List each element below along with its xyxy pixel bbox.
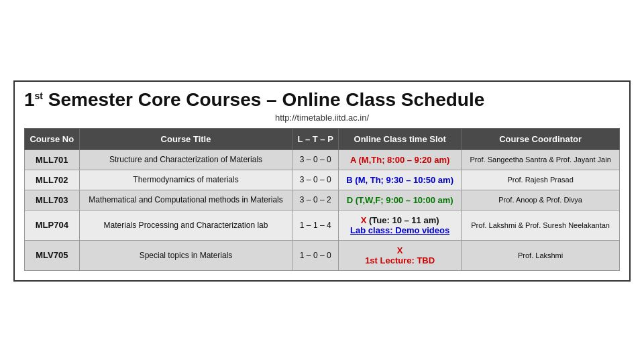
- slot-line1: 1st Lecture: TBD: [365, 255, 435, 265]
- ltp: 3 – 0 – 2: [292, 190, 339, 210]
- slot-detail: (M, Th; 9:30 – 10:50 am): [355, 175, 453, 185]
- slot-detail: (T,W,F; 9:00 – 10:00 am): [356, 195, 453, 205]
- coordinator: Prof. Anoop & Prof. Divya: [462, 190, 620, 210]
- slot-label: X: [397, 245, 403, 255]
- ltp: 1 – 1 – 4: [292, 210, 339, 240]
- slot-label: D: [347, 195, 353, 205]
- course-title: Mathematical and Computational methods i…: [79, 190, 292, 210]
- course-title: Special topics in Materials: [79, 240, 292, 270]
- slot-detail: (M,Th; 8:00 – 9:20 am): [359, 155, 450, 165]
- page-title: 1st Semester Core Courses – Online Class…: [24, 88, 620, 111]
- table-row: MLL702 Thermodynamics of materials 3 – 0…: [25, 170, 620, 190]
- header-coordinator: Course Coordinator: [462, 128, 620, 149]
- table-row: MLL701 Structure and Characterization of…: [25, 149, 620, 170]
- time-slot: A (M,Th; 8:00 – 9:20 am): [339, 149, 462, 170]
- course-no: MLL702: [25, 170, 80, 190]
- slot-line2: Lab class: Demo videos: [350, 225, 449, 235]
- header-online-slot: Online Class time Slot: [339, 128, 462, 149]
- slot-line1: (Tue: 10 – 11 am): [369, 215, 439, 225]
- time-slot: D (T,W,F; 9:00 – 10:00 am): [339, 190, 462, 210]
- coordinator: Prof. Sangeetha Santra & Prof. Jayant Ja…: [462, 149, 620, 170]
- table-header-row: Course No Course Title L – T – P Online …: [25, 128, 620, 149]
- header-course-no: Course No: [25, 128, 80, 149]
- course-title: Materials Processing and Characterizatio…: [79, 210, 292, 240]
- table-row: MLP704 Materials Processing and Characte…: [25, 210, 620, 240]
- table-row: MLL703 Mathematical and Computational me…: [25, 190, 620, 210]
- time-slot: X (Tue: 10 – 11 am) Lab class: Demo vide…: [339, 210, 462, 240]
- ltp: 3 – 0 – 0: [292, 149, 339, 170]
- coordinator: Prof. Lakshmi: [462, 240, 620, 270]
- main-container: 1st Semester Core Courses – Online Class…: [13, 80, 631, 282]
- schedule-table: Course No Course Title L – T – P Online …: [24, 128, 620, 271]
- table-row: MLV705 Special topics in Materials 1 – 0…: [25, 240, 620, 270]
- course-no: MLL701: [25, 149, 80, 170]
- course-title: Thermodynamics of materials: [79, 170, 292, 190]
- time-slot: B (M, Th; 9:30 – 10:50 am): [339, 170, 462, 190]
- header-course-title: Course Title: [79, 128, 292, 149]
- slot-label: A: [350, 155, 356, 165]
- coordinator: Prof. Lakshmi & Prof. Suresh Neelakantan: [462, 210, 620, 240]
- subtitle: http://timetable.iitd.ac.in/: [24, 113, 620, 123]
- course-no: MLV705: [25, 240, 80, 270]
- slot-label: X: [361, 215, 367, 225]
- time-slot: X 1st Lecture: TBD: [339, 240, 462, 270]
- ltp: 1 – 0 – 0: [292, 240, 339, 270]
- course-no: MLP704: [25, 210, 80, 240]
- ltp: 3 – 0 – 0: [292, 170, 339, 190]
- header-ltp: L – T – P: [292, 128, 339, 149]
- course-title: Structure and Characterization of Materi…: [79, 149, 292, 170]
- slot-label: B: [346, 175, 352, 185]
- course-no: MLL703: [25, 190, 80, 210]
- coordinator: Prof. Rajesh Prasad: [462, 170, 620, 190]
